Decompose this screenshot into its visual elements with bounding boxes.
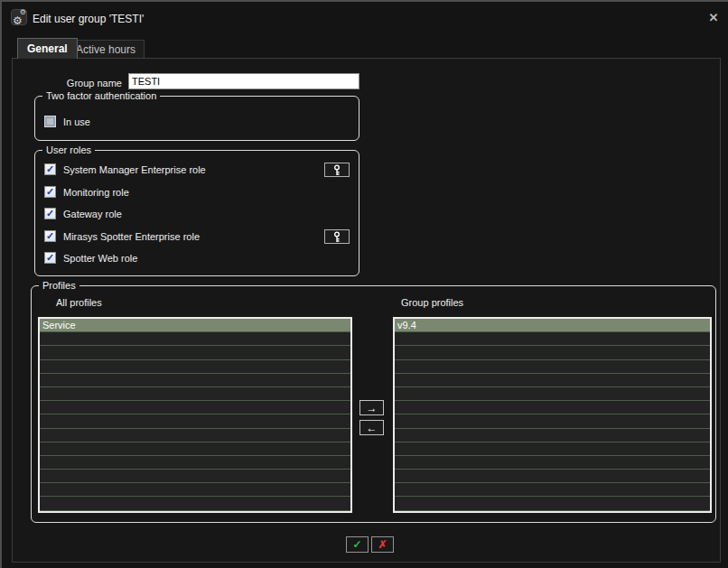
two-factor-groupbox: Two factor authentication In use [34,96,359,141]
group-name-label: Group name [32,78,122,88]
role-checkbox[interactable]: ✓ [44,230,56,242]
profile-row-empty[interactable] [40,456,350,470]
role-checkbox[interactable]: ✓ [44,163,56,175]
role-key-button[interactable] [324,229,350,244]
user-roles-legend: User roles [42,144,95,155]
profiles-legend: Profiles [39,280,79,291]
gear-small-icon: ⚙ [20,9,26,16]
group-profile-row-empty[interactable] [395,360,710,374]
user-group-gear-icon: ⚙ ⚙ [11,9,27,25]
role-label: System Manager Enterprise role [63,164,206,175]
two-factor-legend: Two factor authentication [42,90,160,101]
all-profiles-list[interactable]: Service [38,317,352,513]
group-profile-row-empty[interactable] [395,456,710,470]
check-icon: ✓ [46,253,54,263]
in-use-label: In use [63,116,90,127]
gear-icon: ⚙ [13,15,23,26]
group-profiles-list[interactable]: v9.4 [393,317,712,513]
group-profile-row-empty[interactable] [395,401,710,414]
check-icon: ✓ [46,209,54,219]
group-profile-row-empty[interactable] [395,332,710,346]
role-label: Spotter Web role [63,253,137,264]
tab-active-hours[interactable]: Active hours [67,40,145,59]
profile-row-empty[interactable] [40,332,350,346]
group-profile-row-empty[interactable] [395,346,710,359]
check-icon: ✓ [46,187,54,197]
check-icon: ✓ [46,164,54,174]
group-profile-row-empty[interactable] [395,429,710,442]
group-profile-row-empty[interactable] [395,387,710,401]
group-name-input[interactable] [128,73,359,89]
role-row: ✓ Spotter Web role [44,252,137,264]
group-profile-row-empty[interactable] [395,442,710,456]
edit-user-group-dialog: ⚙ ⚙ Edit user group 'TESTI' ✕ General Ac… [0,0,728,568]
general-tab-panel: Group name Two factor authentication In … [12,58,721,563]
profile-row-empty[interactable] [40,483,350,497]
profile-row-empty[interactable] [40,374,350,387]
role-label: Mirasys Spotter Enterprise role [63,231,200,242]
profile-row[interactable]: Service [40,319,350,332]
profiles-groupbox: Profiles All profiles Group profiles Ser… [31,285,716,523]
key-icon [331,231,342,243]
role-checkbox[interactable]: ✓ [44,208,56,219]
all-profiles-label: All profiles [56,297,102,308]
role-row: ✓ Monitoring role [44,186,129,198]
title-bar: ⚙ ⚙ Edit user group 'TESTI' ✕ [2,2,728,33]
profile-row-empty[interactable] [40,497,350,510]
dialog-title: Edit user group 'TESTI' [33,13,144,25]
profile-row-empty[interactable] [40,429,350,442]
ok-button[interactable]: ✓ [346,536,369,553]
key-icon [331,164,342,176]
in-use-checkbox[interactable] [44,116,56,127]
user-roles-groupbox: User roles ✓ System Manager Enterprise r… [34,150,359,276]
role-checkbox[interactable]: ✓ [44,252,56,264]
profile-row-empty[interactable] [40,387,350,401]
check-icon: ✓ [46,231,54,241]
tab-general[interactable]: General [17,38,78,59]
move-left-button[interactable]: ← [359,420,384,435]
group-profile-row-empty[interactable] [395,497,710,510]
checkbox-inner [47,118,53,125]
role-checkbox[interactable]: ✓ [44,186,56,198]
role-row: ✓ Mirasys Spotter Enterprise role [44,230,200,242]
role-label: Monitoring role [63,187,129,198]
in-use-row: In use [44,116,90,127]
profile-row-empty[interactable] [40,414,350,428]
close-icon[interactable]: ✕ [705,10,722,26]
group-profile-row-empty[interactable] [395,483,710,497]
profile-row-empty[interactable] [40,360,350,374]
profile-row-empty[interactable] [40,346,350,359]
profile-row-empty[interactable] [40,401,350,414]
role-row: ✓ System Manager Enterprise role [44,163,206,175]
group-profile-row-empty[interactable] [395,374,710,387]
profile-row-empty[interactable] [40,442,350,456]
role-row: ✓ Gateway role [44,208,122,219]
role-label: Gateway role [63,209,122,219]
group-profile-row-empty[interactable] [395,414,710,428]
role-key-button[interactable] [324,163,350,177]
group-profile-row[interactable]: v9.4 [395,319,710,332]
group-profile-row-empty[interactable] [395,470,710,483]
cancel-button[interactable]: ✗ [371,536,394,553]
profile-row-empty[interactable] [40,470,350,483]
move-right-button[interactable]: → [359,400,384,415]
group-profiles-label: Group profiles [401,297,463,308]
